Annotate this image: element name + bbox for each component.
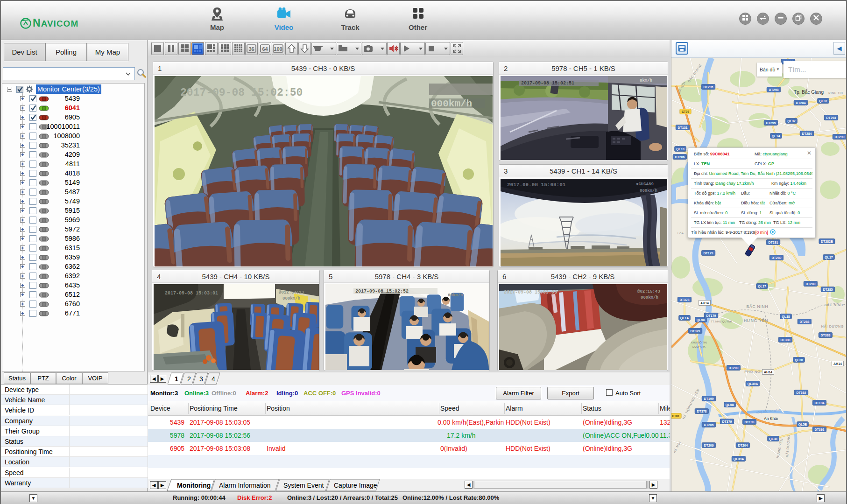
svg-text:000km/h: 000km/h (282, 296, 300, 301)
svg-text:QL37: QL37 (787, 119, 796, 123)
svg-text:QL1A: QL1A (680, 316, 689, 320)
svg-text:DT199: DT199 (704, 397, 713, 400)
svg-text:QL5B: QL5B (798, 423, 807, 427)
svg-text:DT282B: DT282B (821, 240, 833, 243)
svg-text:DT199: DT199 (744, 420, 754, 424)
svg-text:BẮC NINH: BẮC NINH (746, 304, 768, 309)
svg-text:DT280: DT280 (771, 256, 781, 259)
svg-text:DT205: DT205 (704, 423, 713, 427)
svg-text:DT291: DT291 (768, 241, 778, 244)
svg-text:DT179: DT179 (703, 252, 713, 255)
svg-text:00km/h: 00km/h (448, 293, 463, 298)
svg-text:Capture Image: Capture Image (334, 482, 377, 489)
svg-text:DT378: DT378 (679, 298, 689, 301)
svg-text:1: 1 (175, 375, 178, 383)
svg-text:An Khải: An Khải (764, 416, 778, 421)
svg-text:@012:54:13: @012:54:13 (279, 290, 304, 295)
svg-text:DT298: DT298 (769, 88, 778, 91)
svg-text:000km/h: 000km/h (641, 295, 658, 300)
svg-text:Monitoring: Monitoring (177, 482, 211, 489)
svg-text:2: 2 (187, 375, 191, 383)
svg-text:3: 3 (199, 375, 203, 383)
svg-text:PHỐ NỐI: PHỐ NỐI (744, 369, 762, 374)
svg-text:DT392: DT392 (796, 391, 806, 394)
svg-text:AH14: AH14 (700, 301, 709, 305)
svg-text:DT206: DT206 (704, 444, 713, 447)
svg-text:QL39A: QL39A (734, 457, 744, 461)
svg-text:QL18: QL18 (676, 147, 685, 151)
svg-text:QL17: QL17 (758, 285, 766, 288)
svg-text:AH14: AH14 (833, 362, 842, 365)
svg-text:QL5B: QL5B (697, 318, 706, 322)
svg-text:QL38: QL38 (782, 315, 790, 319)
svg-text:64: 64 (262, 46, 268, 52)
svg-text:DT179: DT179 (706, 314, 716, 317)
svg-text:AH14: AH14 (764, 371, 772, 374)
svg-text:DT379: DT379 (722, 420, 732, 423)
svg-text:0km/h: 0km/h (640, 78, 652, 83)
svg-text:DT378: DT378 (697, 410, 706, 413)
svg-text:System Event: System Event (283, 482, 324, 489)
svg-text:DT200: DT200 (728, 366, 738, 370)
svg-text:DT194: DT194 (814, 401, 824, 405)
svg-text:CT07: CT07 (682, 110, 689, 113)
svg-text:DT284: DT284 (802, 132, 812, 135)
svg-text:CT01: CT01 (672, 414, 679, 418)
svg-text:2017-09-08 15:08:01: 2017-09-08 15:08:01 (507, 182, 566, 188)
svg-text:BẮC NINH: BẮC NINH (825, 303, 843, 307)
svg-text:000km/h: 000km/h (640, 189, 657, 193)
svg-text:DT283: DT283 (799, 320, 809, 323)
svg-text:DT293: DT293 (826, 116, 836, 119)
svg-text:DT379: DT379 (690, 329, 700, 333)
svg-text:DT131: DT131 (678, 126, 687, 129)
svg-text:QL39A: QL39A (748, 382, 758, 386)
svg-text:100: 100 (274, 46, 282, 52)
svg-text:DT284: DT284 (796, 101, 805, 105)
svg-text:QL1A: QL1A (772, 134, 781, 138)
svg-text:DT392: DT392 (814, 428, 824, 431)
svg-text:●CUG489: ●CUG489 (636, 182, 654, 187)
svg-text:2017-09-08 15:02:50: 2017-09-08 15:02:50 (180, 87, 303, 99)
svg-text:DT299: DT299 (834, 135, 844, 139)
svg-text:DT285: DT285 (823, 288, 833, 291)
svg-text:4: 4 (212, 375, 215, 383)
svg-text:HƯNG YÊN: HƯNG YÊN (744, 318, 768, 323)
svg-text:36: 36 (248, 46, 254, 52)
svg-text:DINH TRI: DINH TRI (828, 91, 843, 94)
svg-text:HẢI DƯƠNG: HẢI DƯƠNG (821, 324, 844, 328)
svg-text:DT280: DT280 (805, 282, 815, 286)
svg-text:@02:15:43: @02:15:43 (637, 289, 660, 294)
svg-text:DT204: DT204 (738, 444, 748, 447)
svg-text:QL5B: QL5B (726, 403, 734, 407)
svg-text:TT. NHƯ QUỲNH: TT. NHƯ QUỲNH (711, 320, 732, 323)
svg-text:QL37: QL37 (819, 99, 827, 103)
svg-text:LOA: LOA (678, 232, 684, 235)
svg-text:DT388: DT388 (780, 338, 790, 342)
svg-text:000km/h: 000km/h (431, 98, 472, 109)
svg-text:KHU ĐÔ THỊ: KHU ĐÔ THỊ (691, 341, 707, 344)
svg-text:ECOPARK: ECOPARK (692, 345, 706, 348)
svg-text:2017-09-08 15:03:01: 2017-09-08 15:03:01 (165, 291, 218, 296)
svg-text:DT286: DT286 (675, 155, 685, 159)
svg-text:DT295: DT295 (703, 85, 713, 89)
svg-text:QL38: QL38 (795, 358, 803, 362)
svg-text:QL38: QL38 (769, 437, 777, 441)
svg-text:DT388: DT388 (820, 334, 830, 337)
svg-text:Alarm Information: Alarm Information (219, 482, 270, 489)
svg-text:DT295: DT295 (766, 121, 776, 125)
svg-text:QL17: QL17 (825, 256, 833, 259)
svg-text:2017-09-08 15:02:51: 2017-09-08 15:02:51 (521, 81, 574, 86)
svg-text:Tp. Bắc Giang: Tp. Bắc Giang (794, 89, 824, 95)
svg-text:2017-09-08 15:02:52: 2017-09-08 15:02:52 (355, 289, 409, 294)
svg-text:2017-09-08 15:03:03: 2017-09-08 15:03:03 (504, 290, 557, 295)
